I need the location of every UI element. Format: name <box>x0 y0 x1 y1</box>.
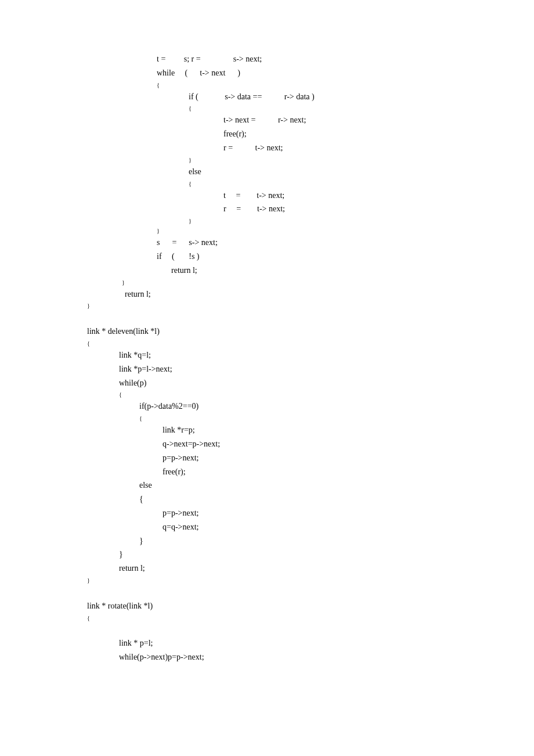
code-line: link * p=l; <box>87 636 534 650</box>
code-line: r = t-> next; <box>87 202 534 216</box>
code-line: link * deleven(link *l) <box>87 325 534 339</box>
code-line: while(p) <box>87 376 534 390</box>
code-line: free(r); <box>87 127 534 141</box>
code-line: } <box>87 575 534 585</box>
code-line: q->next=p->next; <box>87 437 534 451</box>
code-line: } <box>87 534 534 548</box>
code-line: link * rotate(link *l) <box>87 599 534 613</box>
code-line: return l; <box>87 561 534 575</box>
code-line: link *p=l->next; <box>87 362 534 376</box>
code-line: { <box>87 390 534 399</box>
code-line <box>87 585 534 599</box>
code-line: } <box>87 216 534 226</box>
code-line: { <box>87 80 534 90</box>
code-line: } <box>87 301 534 311</box>
code-line: { <box>87 613 534 623</box>
code-line <box>87 311 534 325</box>
code-line: } <box>87 548 534 561</box>
code-line: s = s-> next; <box>87 236 534 250</box>
code-line: link *q=l; <box>87 348 534 362</box>
code-line: t = t-> next; <box>87 189 534 203</box>
code-line: { <box>87 339 534 348</box>
code-line: { <box>87 103 534 113</box>
code-block: t = s; r = s-> next;while ( t-> next ){i… <box>87 52 534 664</box>
code-line: while ( t-> next ) <box>87 66 534 80</box>
code-line <box>87 623 534 637</box>
code-line: { <box>87 413 534 423</box>
code-line: } <box>87 155 534 165</box>
code-line: free(r); <box>87 465 534 479</box>
code-line: } <box>87 226 534 236</box>
code-line: if ( s-> data == r-> data ) <box>87 90 534 104</box>
code-line: } <box>87 278 534 287</box>
code-line: t = s; r = s-> next; <box>87 52 534 66</box>
code-line: t-> next = r-> next; <box>87 113 534 127</box>
code-line: return l; <box>87 287 534 301</box>
code-line: p=p->next; <box>87 506 534 520</box>
code-line: return l; <box>87 264 534 278</box>
code-line: link *r=p; <box>87 423 534 437</box>
code-line: { <box>87 492 534 506</box>
code-line: else <box>87 165 534 179</box>
code-line: if ( !s ) <box>87 250 534 264</box>
code-line: else <box>87 478 534 492</box>
code-line: q=q->next; <box>87 520 534 534</box>
code-line: if(p->data%2==0) <box>87 399 534 413</box>
code-line: while(p->next)p=p->next; <box>87 650 534 664</box>
code-line: p=p->next; <box>87 451 534 465</box>
code-line: { <box>87 179 534 189</box>
code-line: r = t-> next; <box>87 141 534 155</box>
